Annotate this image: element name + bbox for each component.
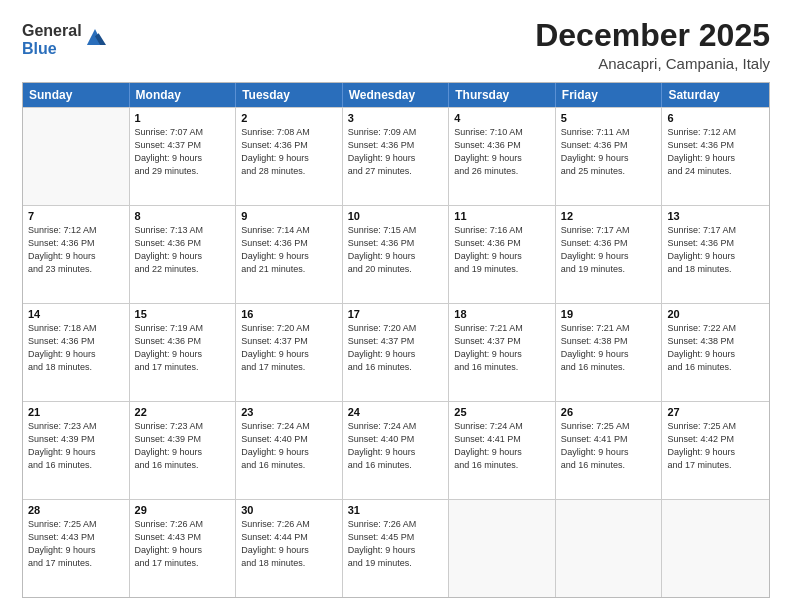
calendar-cell: 1Sunrise: 7:07 AM Sunset: 4:37 PM Daylig…	[130, 108, 237, 205]
day-info: Sunrise: 7:25 AM Sunset: 4:42 PM Dayligh…	[667, 420, 764, 472]
day-number: 22	[135, 406, 231, 418]
calendar-cell: 8Sunrise: 7:13 AM Sunset: 4:36 PM Daylig…	[130, 206, 237, 303]
day-number: 21	[28, 406, 124, 418]
day-info: Sunrise: 7:12 AM Sunset: 4:36 PM Dayligh…	[28, 224, 124, 276]
calendar: SundayMondayTuesdayWednesdayThursdayFrid…	[22, 82, 770, 598]
day-number: 3	[348, 112, 444, 124]
day-number: 13	[667, 210, 764, 222]
calendar-cell	[23, 108, 130, 205]
day-number: 2	[241, 112, 337, 124]
day-info: Sunrise: 7:26 AM Sunset: 4:44 PM Dayligh…	[241, 518, 337, 570]
day-info: Sunrise: 7:24 AM Sunset: 4:40 PM Dayligh…	[348, 420, 444, 472]
day-info: Sunrise: 7:07 AM Sunset: 4:37 PM Dayligh…	[135, 126, 231, 178]
day-info: Sunrise: 7:15 AM Sunset: 4:36 PM Dayligh…	[348, 224, 444, 276]
day-number: 1	[135, 112, 231, 124]
day-number: 27	[667, 406, 764, 418]
calendar-cell: 29Sunrise: 7:26 AM Sunset: 4:43 PM Dayli…	[130, 500, 237, 597]
day-number: 7	[28, 210, 124, 222]
day-number: 20	[667, 308, 764, 320]
day-info: Sunrise: 7:23 AM Sunset: 4:39 PM Dayligh…	[28, 420, 124, 472]
calendar-header-cell: Tuesday	[236, 83, 343, 107]
main-title: December 2025	[535, 18, 770, 53]
header: General Blue December 2025 Anacapri, Cam…	[22, 18, 770, 72]
day-number: 25	[454, 406, 550, 418]
day-number: 26	[561, 406, 657, 418]
day-info: Sunrise: 7:26 AM Sunset: 4:43 PM Dayligh…	[135, 518, 231, 570]
day-info: Sunrise: 7:20 AM Sunset: 4:37 PM Dayligh…	[348, 322, 444, 374]
day-number: 8	[135, 210, 231, 222]
day-number: 5	[561, 112, 657, 124]
day-number: 16	[241, 308, 337, 320]
day-info: Sunrise: 7:13 AM Sunset: 4:36 PM Dayligh…	[135, 224, 231, 276]
day-number: 15	[135, 308, 231, 320]
calendar-cell: 9Sunrise: 7:14 AM Sunset: 4:36 PM Daylig…	[236, 206, 343, 303]
calendar-cell: 15Sunrise: 7:19 AM Sunset: 4:36 PM Dayli…	[130, 304, 237, 401]
logo-general: General	[22, 22, 82, 39]
calendar-week: 21Sunrise: 7:23 AM Sunset: 4:39 PM Dayli…	[23, 401, 769, 499]
calendar-cell: 2Sunrise: 7:08 AM Sunset: 4:36 PM Daylig…	[236, 108, 343, 205]
day-info: Sunrise: 7:11 AM Sunset: 4:36 PM Dayligh…	[561, 126, 657, 178]
day-info: Sunrise: 7:19 AM Sunset: 4:36 PM Dayligh…	[135, 322, 231, 374]
calendar-cell: 10Sunrise: 7:15 AM Sunset: 4:36 PM Dayli…	[343, 206, 450, 303]
logo: General Blue	[22, 18, 106, 58]
logo-inner: General Blue	[22, 22, 106, 58]
day-number: 23	[241, 406, 337, 418]
calendar-cell: 13Sunrise: 7:17 AM Sunset: 4:36 PM Dayli…	[662, 206, 769, 303]
calendar-cell: 5Sunrise: 7:11 AM Sunset: 4:36 PM Daylig…	[556, 108, 663, 205]
day-info: Sunrise: 7:09 AM Sunset: 4:36 PM Dayligh…	[348, 126, 444, 178]
day-info: Sunrise: 7:26 AM Sunset: 4:45 PM Dayligh…	[348, 518, 444, 570]
calendar-cell: 31Sunrise: 7:26 AM Sunset: 4:45 PM Dayli…	[343, 500, 450, 597]
logo-text: General Blue	[22, 22, 82, 58]
calendar-cell: 25Sunrise: 7:24 AM Sunset: 4:41 PM Dayli…	[449, 402, 556, 499]
calendar-header-cell: Friday	[556, 83, 663, 107]
calendar-week: 14Sunrise: 7:18 AM Sunset: 4:36 PM Dayli…	[23, 303, 769, 401]
calendar-header-cell: Monday	[130, 83, 237, 107]
day-number: 31	[348, 504, 444, 516]
calendar-header-cell: Sunday	[23, 83, 130, 107]
calendar-cell: 4Sunrise: 7:10 AM Sunset: 4:36 PM Daylig…	[449, 108, 556, 205]
day-info: Sunrise: 7:23 AM Sunset: 4:39 PM Dayligh…	[135, 420, 231, 472]
day-info: Sunrise: 7:16 AM Sunset: 4:36 PM Dayligh…	[454, 224, 550, 276]
day-number: 17	[348, 308, 444, 320]
day-number: 14	[28, 308, 124, 320]
day-info: Sunrise: 7:08 AM Sunset: 4:36 PM Dayligh…	[241, 126, 337, 178]
calendar-header-cell: Saturday	[662, 83, 769, 107]
calendar-header-cell: Wednesday	[343, 83, 450, 107]
title-block: December 2025 Anacapri, Campania, Italy	[535, 18, 770, 72]
calendar-cell: 20Sunrise: 7:22 AM Sunset: 4:38 PM Dayli…	[662, 304, 769, 401]
calendar-cell: 3Sunrise: 7:09 AM Sunset: 4:36 PM Daylig…	[343, 108, 450, 205]
day-info: Sunrise: 7:25 AM Sunset: 4:41 PM Dayligh…	[561, 420, 657, 472]
day-number: 12	[561, 210, 657, 222]
page: General Blue December 2025 Anacapri, Cam…	[0, 0, 792, 612]
day-info: Sunrise: 7:17 AM Sunset: 4:36 PM Dayligh…	[667, 224, 764, 276]
day-info: Sunrise: 7:10 AM Sunset: 4:36 PM Dayligh…	[454, 126, 550, 178]
calendar-cell: 22Sunrise: 7:23 AM Sunset: 4:39 PM Dayli…	[130, 402, 237, 499]
calendar-cell: 6Sunrise: 7:12 AM Sunset: 4:36 PM Daylig…	[662, 108, 769, 205]
calendar-cell: 17Sunrise: 7:20 AM Sunset: 4:37 PM Dayli…	[343, 304, 450, 401]
calendar-cell: 28Sunrise: 7:25 AM Sunset: 4:43 PM Dayli…	[23, 500, 130, 597]
logo-icon	[84, 26, 106, 48]
calendar-week: 28Sunrise: 7:25 AM Sunset: 4:43 PM Dayli…	[23, 499, 769, 597]
day-number: 18	[454, 308, 550, 320]
calendar-cell: 30Sunrise: 7:26 AM Sunset: 4:44 PM Dayli…	[236, 500, 343, 597]
calendar-cell: 7Sunrise: 7:12 AM Sunset: 4:36 PM Daylig…	[23, 206, 130, 303]
calendar-cell: 14Sunrise: 7:18 AM Sunset: 4:36 PM Dayli…	[23, 304, 130, 401]
calendar-week: 1Sunrise: 7:07 AM Sunset: 4:37 PM Daylig…	[23, 107, 769, 205]
day-info: Sunrise: 7:20 AM Sunset: 4:37 PM Dayligh…	[241, 322, 337, 374]
day-number: 28	[28, 504, 124, 516]
sub-title: Anacapri, Campania, Italy	[535, 55, 770, 72]
calendar-cell: 26Sunrise: 7:25 AM Sunset: 4:41 PM Dayli…	[556, 402, 663, 499]
day-number: 19	[561, 308, 657, 320]
calendar-week: 7Sunrise: 7:12 AM Sunset: 4:36 PM Daylig…	[23, 205, 769, 303]
day-info: Sunrise: 7:22 AM Sunset: 4:38 PM Dayligh…	[667, 322, 764, 374]
calendar-header: SundayMondayTuesdayWednesdayThursdayFrid…	[23, 83, 769, 107]
calendar-cell: 24Sunrise: 7:24 AM Sunset: 4:40 PM Dayli…	[343, 402, 450, 499]
day-number: 29	[135, 504, 231, 516]
calendar-body: 1Sunrise: 7:07 AM Sunset: 4:37 PM Daylig…	[23, 107, 769, 597]
logo-blue: Blue	[22, 40, 57, 57]
day-number: 10	[348, 210, 444, 222]
day-number: 4	[454, 112, 550, 124]
calendar-cell	[449, 500, 556, 597]
day-info: Sunrise: 7:14 AM Sunset: 4:36 PM Dayligh…	[241, 224, 337, 276]
calendar-cell: 19Sunrise: 7:21 AM Sunset: 4:38 PM Dayli…	[556, 304, 663, 401]
